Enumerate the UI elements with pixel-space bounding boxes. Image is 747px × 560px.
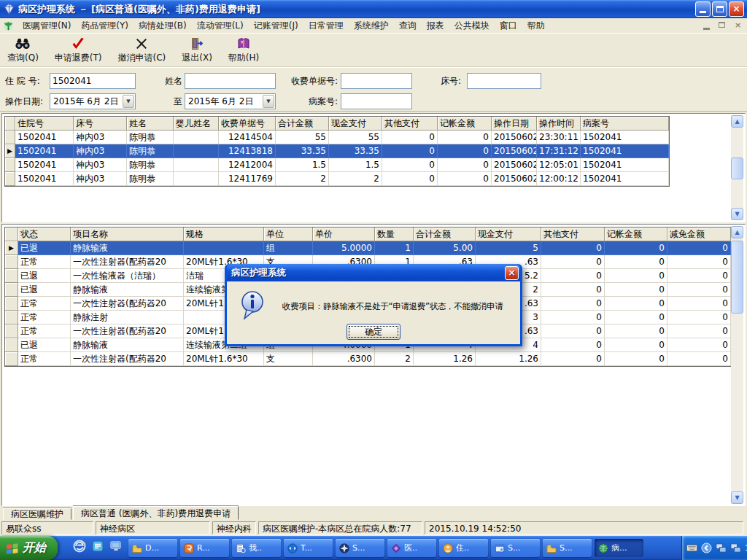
menu-item-11[interactable]: 帮助 [522,18,550,34]
window-titlebar[interactable]: 病区护理系统 － [病区普通(医嘱外、非药)费用退费申请] × [0,0,747,18]
table-cell[interactable]: 33.35 [276,144,329,158]
menu-item-0[interactable]: 医嘱管理(N) [18,18,76,34]
column-header[interactable]: 病案号 [581,117,669,131]
op-date-end-combo[interactable]: 2015年 6月 2日 ▼ [185,93,276,109]
table-cell[interactable]: 静脉输液 [71,241,184,255]
dropdown-arrow-icon[interactable]: ▼ [123,95,134,108]
taskbar-task[interactable]: 住.. [439,539,488,557]
mdi-minimize-button[interactable] [701,20,713,31]
dialog-ok-button[interactable]: 确定 [347,324,400,340]
show-desktop-icon[interactable] [109,540,123,553]
column-header[interactable]: 姓名 [127,117,174,131]
table-cell[interactable]: .6300 [313,352,375,366]
table-row[interactable]: 1502041神内03陈明恭1241176922002015060212:00:… [5,172,669,186]
toolbar-binoculars-button[interactable]: 查询(Q) [4,35,42,66]
table-cell[interactable]: 陈明恭 [127,131,174,144]
scroll-down-button[interactable]: ▼ [731,491,743,504]
table-cell[interactable] [174,131,219,144]
column-header[interactable]: 数量 [375,228,414,241]
table-cell[interactable]: 12414504 [219,131,276,144]
table-cell[interactable]: 1502041 [581,158,669,172]
table-cell[interactable]: 20150602 [492,131,537,144]
table-cell[interactable]: 神内03 [74,172,127,186]
column-header[interactable]: 单价 [313,228,375,241]
table-cell[interactable]: 0 [667,269,731,283]
menu-item-8[interactable]: 报表 [422,18,449,34]
table-cell[interactable]: 0 [667,297,731,311]
menu-item-2[interactable]: 病情处理(B) [133,18,192,34]
column-header[interactable]: 现金支付 [329,117,382,131]
table-cell[interactable]: 2 [329,172,382,186]
toolbar-red-check-button[interactable]: 申请退费(T) [52,35,105,66]
table-cell[interactable]: 0 [438,144,492,158]
messenger-icon[interactable] [91,540,104,553]
taskbar-task[interactable]: S... [491,539,540,557]
table-cell[interactable]: 0 [382,131,438,144]
table-cell[interactable] [174,144,219,158]
table-cell[interactable] [184,241,264,255]
table-cell[interactable]: 23:30:11 [537,131,581,144]
table-cell[interactable]: 已退 [18,241,71,255]
menu-item-5[interactable]: 日常管理 [303,18,349,34]
scroll-down-button[interactable]: ▼ [731,208,743,220]
table-cell[interactable]: 静脉输液 [71,283,184,297]
table-cell[interactable]: 一次性输液器（洁瑞） [71,269,184,283]
table-row[interactable]: ▶已退静脉输液组5.000015.005000 [5,241,731,255]
toolbar-help-book-button[interactable]: 帮助(H) [225,35,262,66]
table-cell[interactable]: 1.26 [476,352,541,366]
table-row[interactable]: ▶1502041神内03陈明恭1241381833.3533.350020150… [5,144,669,158]
toolbar-black-x-button[interactable]: 撤消申请(C) [115,35,169,66]
table-cell[interactable]: 0 [438,131,492,144]
table-cell[interactable]: 0 [382,158,438,172]
scroll-thumb[interactable] [731,241,743,314]
table-cell[interactable]: 5.0000 [313,241,375,255]
table-cell[interactable]: 0 [438,158,492,172]
table-cell[interactable]: 正常 [18,297,71,311]
minimize-button[interactable] [695,1,711,17]
table-cell[interactable]: 0 [667,241,731,255]
table-cell[interactable]: 2 [276,172,329,186]
table-cell[interactable]: 神内03 [74,144,127,158]
table-cell[interactable]: 12413818 [219,144,276,158]
table-cell[interactable]: 20150602 [492,144,537,158]
table-cell[interactable]: 0 [605,338,667,352]
items-grid-scrollbar[interactable]: ▲ ▼ [731,226,743,504]
menu-item-3[interactable]: 流动管理(L) [192,18,249,34]
table-cell[interactable]: 0 [667,352,731,366]
column-header[interactable]: 合计金额 [276,117,329,131]
menu-item-10[interactable]: 窗口 [495,18,522,34]
keyboard-icon[interactable] [686,542,697,553]
table-cell[interactable]: 0 [541,283,605,297]
table-cell[interactable]: 正常 [18,311,71,324]
table-cell[interactable]: 0 [541,241,605,255]
dialog-close-button[interactable]: × [505,266,519,280]
table-cell[interactable]: 已退 [18,283,71,297]
collapse-chevron-icon[interactable] [701,542,712,553]
table-row[interactable]: 1502041神内03陈明恭124145045555002015060223:3… [5,131,669,144]
table-cell[interactable]: 20150602 [492,158,537,172]
charges-grid-scrollbar[interactable]: ▲ ▼ [731,115,743,220]
table-cell[interactable]: 0 [667,324,731,338]
table-cell[interactable]: 5 [476,241,541,255]
table-cell[interactable]: 已退 [18,269,71,283]
menu-item-1[interactable]: 药品管理(Y) [76,18,133,34]
ie-icon[interactable] [73,540,86,553]
column-header[interactable]: 合计金额 [414,228,476,241]
close-button[interactable]: × [729,1,744,17]
table-cell[interactable]: 0 [605,241,667,255]
scroll-thumb[interactable] [731,158,743,179]
table-cell[interactable]: 已退 [18,338,71,352]
table-cell[interactable]: 陈明恭 [127,144,174,158]
table-row[interactable]: 1502041神内03陈明恭124120041.51.5002015060212… [5,158,669,172]
table-cell[interactable]: 0 [667,255,731,269]
column-header[interactable]: 其他支付 [541,228,605,241]
table-cell[interactable]: 1502041 [15,158,74,172]
network-icon[interactable] [716,542,727,553]
bed-no-input[interactable] [467,73,541,89]
table-cell[interactable]: 正常 [18,352,71,366]
toolbar-exit-door-button[interactable]: 退出(X) [179,35,215,66]
column-header[interactable]: 操作时间 [537,117,581,131]
table-cell[interactable]: 陈明恭 [127,158,174,172]
table-row[interactable]: 正常一次性注射器(配药器2020ML针1.6*30支.630021.261.26… [5,352,731,366]
table-cell[interactable]: 0 [667,283,731,297]
